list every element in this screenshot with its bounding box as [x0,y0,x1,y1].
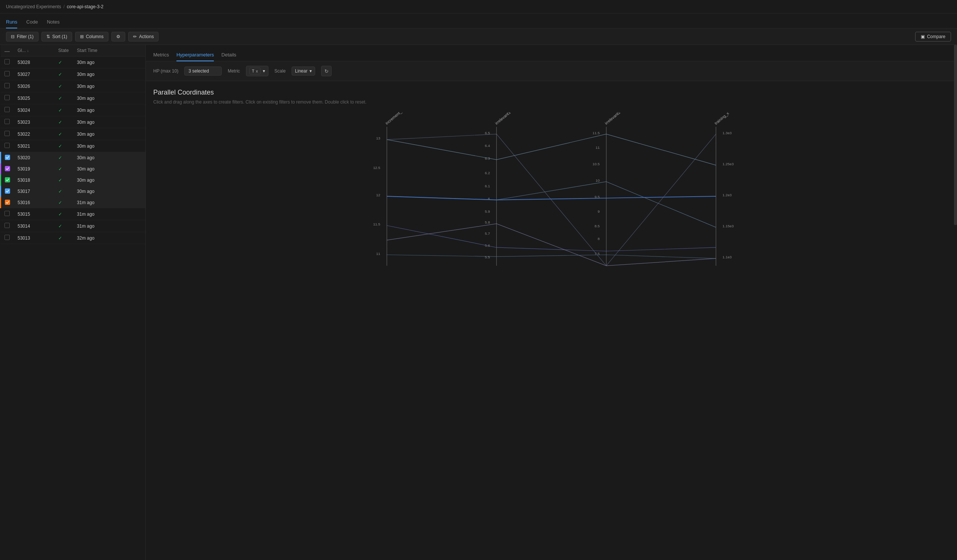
tab-metrics[interactable]: Metrics [153,49,169,61]
parallel-coords-svg: increment_by irrelevant1 irrelevant2 tra… [153,112,949,280]
state-check: ✓ [58,189,62,194]
run-time: 30m ago [73,152,130,163]
metric-remove[interactable]: x [256,69,258,73]
run-time: 30m ago [73,163,130,175]
svg-text:5.8: 5.8 [485,220,490,224]
run-id[interactable]: 53023 [14,116,55,128]
col-time: Start Time [73,45,130,57]
compare-button[interactable]: ▣ Compare [915,32,951,41]
scale-dropdown[interactable]: Linear ▾ [292,66,315,76]
run-time: 30m ago [73,128,130,140]
run-state: ✓ [55,140,73,152]
run-id[interactable]: 53019 [14,163,55,175]
svg-text:1.25e3: 1.25e3 [723,162,734,166]
main-layout: Gl... ↓ State Start Time 53028 ✓ 30m ago… [0,45,957,560]
row-checkbox[interactable] [5,177,10,183]
table-row: 53016 ✓ 31m ago [1,197,146,208]
state-check: ✓ [58,96,62,101]
toolbar: ⊟ Filter (1) ⇅ Sort (1) ⊞ Columns ⚙ ✏ Ac… [0,28,957,45]
actions-button[interactable]: ✏ Actions [128,32,158,41]
run-time: 30m ago [73,140,130,152]
breadcrumb-parent[interactable]: Uncategorized Experiments [6,4,61,9]
row-checkbox[interactable] [5,143,10,148]
run-state: ✓ [55,220,73,232]
svg-text:12.5: 12.5 [373,166,381,170]
state-check: ✓ [58,235,62,241]
run-state: ✓ [55,175,73,186]
row-checkbox[interactable] [5,235,10,240]
tab-details[interactable]: Details [221,49,236,61]
table-row: 53027 ✓ 30m ago [1,68,146,80]
filter-button[interactable]: ⊟ Filter (1) [6,32,38,41]
run-id[interactable]: 53020 [14,152,55,163]
svg-text:6.4: 6.4 [485,144,490,148]
run-state: ✓ [55,152,73,163]
tab-code[interactable]: Code [26,16,38,28]
refresh-button[interactable]: ↻ [321,66,332,76]
run-id[interactable]: 53017 [14,186,55,197]
select-all-dash[interactable] [5,51,10,52]
tab-hyperparameters[interactable]: Hyperparameters [177,49,214,61]
run-id[interactable]: 53027 [14,68,55,80]
run-id[interactable]: 53018 [14,175,55,186]
run-id[interactable]: 53025 [14,92,55,104]
scrollbar-thumb [954,45,957,225]
row-checkbox[interactable] [5,155,10,160]
columns-button[interactable]: ⊞ Columns [75,32,108,41]
tab-notes[interactable]: Notes [47,16,60,28]
run-state: ✓ [55,116,73,128]
hp-selected[interactable]: 3 selected [184,66,222,76]
row-checkbox[interactable] [5,83,10,88]
run-state: ✓ [55,232,73,244]
svg-text:irrelevant2: irrelevant2 [604,112,621,126]
parallel-coordinates[interactable]: increment_by irrelevant1 irrelevant2 tra… [153,112,949,280]
state-check: ✓ [58,178,62,183]
table-row: 53021 ✓ 30m ago [1,140,146,152]
run-id[interactable]: 53015 [14,208,55,220]
run-state: ✓ [55,128,73,140]
run-id[interactable]: 53016 [14,197,55,208]
filter-adjust-button[interactable]: ⚙ [111,32,125,41]
right-panel: Metrics Hyperparameters Details HP (max … [146,45,957,560]
svg-text:8: 8 [598,237,600,241]
run-id[interactable]: 53022 [14,128,55,140]
row-checkbox[interactable] [5,188,10,194]
run-id[interactable]: 53028 [14,57,55,68]
row-checkbox[interactable] [5,71,10,76]
run-id[interactable]: 53021 [14,140,55,152]
row-checkbox[interactable] [5,131,10,136]
metric-dropdown-arrow: ▾ [263,68,265,74]
run-time: 30m ago [73,104,130,116]
svg-text:1.1e3: 1.1e3 [723,255,731,259]
row-checkbox[interactable] [5,59,10,64]
run-time: 30m ago [73,186,130,197]
row-checkbox[interactable] [5,95,10,100]
run-state: ✓ [55,57,73,68]
left-panel: Gl... ↓ State Start Time 53028 ✓ 30m ago… [0,45,146,560]
row-checkbox[interactable] [5,200,10,205]
run-state: ✓ [55,186,73,197]
row-checkbox[interactable] [5,119,10,124]
run-id[interactable]: 53024 [14,104,55,116]
state-check: ✓ [58,60,62,65]
state-check: ✓ [58,120,62,125]
table-row: 53017 ✓ 30m ago [1,186,146,197]
run-id[interactable]: 53026 [14,80,55,92]
svg-text:6.1: 6.1 [485,184,490,188]
row-checkbox[interactable] [5,223,10,228]
run-time: 30m ago [73,92,130,104]
right-scrollbar[interactable] [954,45,957,560]
tab-runs[interactable]: Runs [6,16,17,28]
row-checkbox[interactable] [5,211,10,216]
metric-dropdown[interactable]: T x ▾ [246,66,268,76]
scale-dropdown-arrow: ▾ [310,68,312,74]
run-state: ✓ [55,80,73,92]
run-id[interactable]: 53014 [14,220,55,232]
run-id[interactable]: 53013 [14,232,55,244]
svg-text:11.5: 11.5 [592,131,600,135]
row-checkbox[interactable] [5,166,10,171]
main-tabs: Runs Code Notes [0,13,957,28]
row-checkbox[interactable] [5,107,10,112]
sort-button[interactable]: ⇅ Sort (1) [41,32,72,41]
state-check: ✓ [58,84,62,89]
